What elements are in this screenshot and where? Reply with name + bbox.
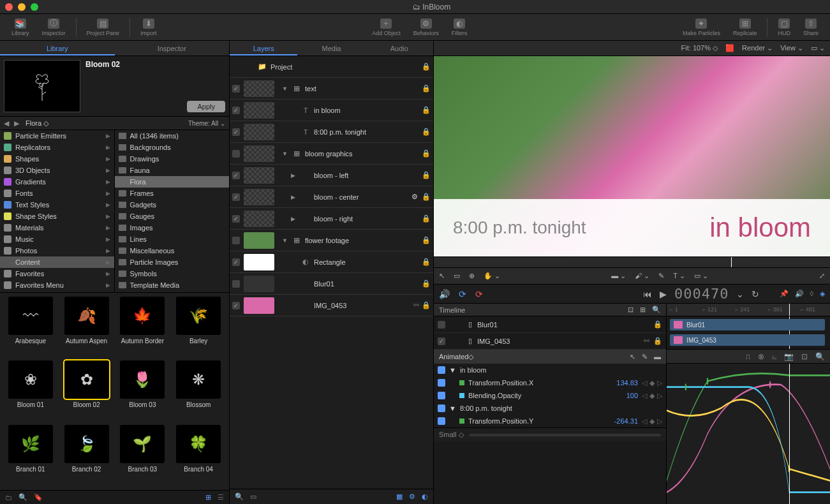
asset-item[interactable]: 🌷Bloom 03	[116, 360, 170, 422]
paint-tool[interactable]: 🖌 ⌄	[635, 272, 649, 280]
folder-item[interactable]: Symbols	[115, 268, 230, 279]
lock-icon[interactable]: 🔒	[422, 236, 431, 244]
category-item[interactable]: Materials▶	[0, 222, 114, 233]
behavior-icon[interactable]: ⚙	[409, 493, 415, 501]
new-folder-icon[interactable]: 🗀	[5, 494, 12, 501]
timecode-display[interactable]: 000470	[674, 286, 729, 302]
camera-icon[interactable]: 📷	[784, 352, 794, 361]
layer-search-icon[interactable]: 🔍	[235, 493, 244, 501]
pen-tool[interactable]: ✎	[658, 272, 664, 280]
minimize-button[interactable]	[18, 3, 26, 11]
pen-icon[interactable]: ✎	[642, 353, 648, 361]
lock-icon[interactable]: 🔒	[422, 258, 431, 266]
lock-icon[interactable]: 🔒	[422, 301, 431, 309]
folder-item[interactable]: Gauges	[115, 211, 230, 222]
filter-icon[interactable]: ◐	[422, 493, 428, 501]
folder-item[interactable]: Backgrounds	[115, 142, 230, 153]
folder-item[interactable]: All (1346 items)	[115, 130, 230, 142]
visibility-checkbox[interactable]: ✓	[232, 128, 240, 136]
lock-icon[interactable]: 🔒	[422, 193, 431, 201]
media-tab[interactable]: Media	[297, 41, 365, 56]
lock-icon[interactable]: 🔒	[422, 279, 431, 288]
inspector-tab[interactable]: Inspector	[115, 41, 230, 56]
timecode-menu[interactable]: ⌄	[736, 289, 744, 299]
project-pane-button[interactable]: ▤Project Pane	[80, 17, 126, 38]
view-menu[interactable]: View ⌄	[780, 44, 803, 52]
lock-icon[interactable]: 🔒	[422, 171, 431, 179]
asset-item[interactable]: 🍃Branch 02	[60, 425, 114, 486]
keyframe-row[interactable]: ▼in bloom	[434, 364, 666, 376]
grid-view-icon[interactable]: ⊞	[205, 493, 211, 501]
layer-row[interactable]: ▼▦bloom graphics🔒	[230, 143, 433, 165]
category-item[interactable]: Photos▶	[0, 245, 114, 256]
zoom-slider[interactable]	[469, 434, 661, 436]
arrow-tool-icon[interactable]: ↖	[630, 353, 635, 361]
search-icon[interactable]: 🔍	[19, 493, 27, 501]
keyframe-row[interactable]: Transform.Position.X134.83◁◆▷	[434, 376, 666, 389]
zoom-button[interactable]	[31, 3, 38, 11]
kf-editor-icon[interactable]: ◈	[820, 290, 825, 298]
pin-icon[interactable]: 📌	[780, 290, 789, 298]
zoom-fit-icon[interactable]: ⊞	[640, 306, 646, 314]
mask-icon[interactable]: ▩	[396, 493, 403, 501]
lock-icon[interactable]: 🔒	[422, 128, 431, 136]
visibility-checkbox[interactable]: ✓	[232, 193, 240, 201]
inspector-button[interactable]: ⓘInspector	[36, 17, 72, 38]
layer-row[interactable]: ✓▶bloom - center⚙🔒	[230, 186, 433, 208]
share-button[interactable]: ⇧Share	[797, 17, 825, 38]
fit-curve-icon[interactable]: ⊡	[801, 352, 808, 361]
shapes-tool[interactable]: ▬ ⌄	[611, 272, 626, 280]
layers-tab[interactable]: Layers	[230, 41, 297, 56]
keyframe-row[interactable]: Blending.Opacity100◁◆▷	[434, 389, 666, 402]
folder-item[interactable]: Miscellaneous	[115, 245, 230, 256]
category-item[interactable]: Shape Styles▶	[0, 211, 114, 222]
asset-item[interactable]: 🌱Branch 03	[116, 425, 170, 486]
audio-toggle[interactable]: 🔊	[439, 289, 450, 299]
playhead-marker[interactable]	[731, 257, 732, 267]
make-particles-button[interactable]: ✦Make Particles	[676, 17, 727, 38]
fit-selector[interactable]: Fit: 107% ◇	[681, 44, 718, 52]
kf-delete-icon[interactable]: ⊗	[758, 352, 764, 361]
folder-item[interactable]: Images	[115, 222, 230, 233]
animated-header[interactable]: Animated ◇ ↖ ✎ ▬	[434, 350, 666, 364]
folder-item[interactable]: Drawings	[115, 153, 230, 165]
layer-row[interactable]: ✓▶bloom - left🔒	[230, 165, 433, 186]
select-tool[interactable]: ↖	[439, 272, 445, 280]
box-icon[interactable]: ▬	[654, 353, 661, 361]
layer-row[interactable]: ✓◐Rectangle🔒	[230, 251, 433, 273]
timeline-tracks[interactable]: Blur01IMG_0453	[667, 316, 830, 350]
audio-wave-icon[interactable]: ⎍	[746, 352, 750, 361]
asset-item[interactable]: 〰Arabesque	[4, 297, 57, 358]
asset-item[interactable]: ❋Blossom	[172, 360, 225, 422]
mask-tool[interactable]: ▭ ⌄	[694, 272, 708, 280]
folder-item[interactable]: Particle Images	[115, 256, 230, 268]
audio-tab[interactable]: Audio	[366, 41, 433, 56]
loop-toggle[interactable]: ⟳	[459, 289, 466, 299]
layer-filter-icon[interactable]: ▭	[250, 493, 256, 501]
size-selector[interactable]: Small ◇	[439, 431, 464, 439]
lock-icon[interactable]: 🔒	[422, 63, 431, 71]
folder-item[interactable]: Fauna	[115, 165, 230, 176]
visibility-checkbox[interactable]: ✓	[232, 302, 240, 309]
category-item[interactable]: Favorites Menu▶	[0, 279, 114, 291]
asset-item[interactable]: 🍁Autumn Border	[116, 297, 170, 358]
track-clip[interactable]: IMG_0453	[670, 334, 825, 346]
layer-row[interactable]: 📁Project🔒	[230, 56, 433, 78]
layout-icon[interactable]: ▭ ⌄	[811, 44, 825, 52]
asset-item[interactable]: ❀Bloom 01	[4, 360, 57, 422]
behaviors-button[interactable]: ⚙Behaviors	[407, 17, 445, 38]
apply-button[interactable]: Apply	[187, 101, 225, 112]
audio-icon[interactable]: 🔊	[795, 290, 804, 298]
category-item[interactable]: Content▶	[0, 256, 114, 268]
category-item[interactable]: Text Styles▶	[0, 199, 114, 211]
record-button[interactable]: ⟳	[475, 289, 483, 299]
asset-item[interactable]: 🌿Branch 01	[4, 425, 57, 486]
lock-icon[interactable]: 🔒	[422, 149, 431, 158]
prev-button[interactable]: ⏮	[643, 289, 652, 299]
render-menu[interactable]: Render ⌄	[742, 44, 773, 52]
category-item[interactable]: Particle Emitters▶	[0, 130, 114, 142]
timeline-track-row[interactable]: ✓▯IMG_0453⚯🔒	[434, 333, 666, 350]
library-button[interactable]: 📚Library	[5, 17, 36, 38]
list-view-icon[interactable]: ☰	[218, 493, 224, 501]
close-button[interactable]	[5, 3, 13, 11]
